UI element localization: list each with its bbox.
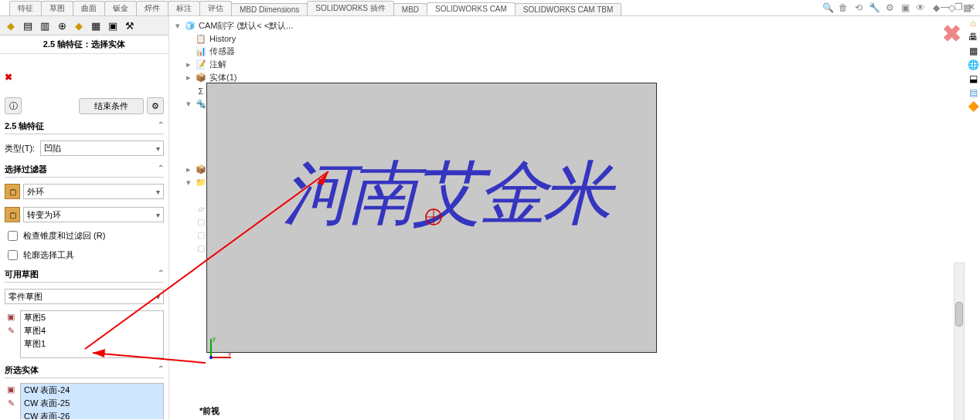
list-item[interactable]: CW 表面-24	[21, 384, 163, 397]
tree-item[interactable]: 传感器	[209, 46, 235, 57]
window-controls: — ❐ ✕	[941, 2, 975, 12]
view-tool-icon[interactable]: 🔧	[869, 2, 880, 13]
svg-text:y: y	[213, 335, 216, 342]
type-dropdown[interactable]: 凹陷	[40, 141, 164, 156]
settings-button[interactable]: ⚙	[147, 97, 164, 114]
sketch-edit-icon[interactable]: ✎	[5, 324, 17, 337]
tree-item[interactable]: 注解	[209, 59, 226, 70]
view-orientation-label: *前视	[199, 405, 219, 417]
tree-item[interactable]: 实体(1)	[209, 72, 236, 83]
tab-feature[interactable]: 特征	[9, 1, 42, 15]
panel-tab-doc-icon[interactable]: ▦	[88, 18, 104, 33]
list-item[interactable]: CW 表面-26	[21, 410, 163, 419]
engraved-text: 河南艾金米	[283, 147, 607, 241]
view-diamond-icon[interactable]: ◆	[931, 2, 941, 13]
info-button[interactable]: ⓘ	[5, 97, 22, 114]
check-taper-label: 检查锥度和过滤回 (R)	[23, 230, 105, 242]
minimize-button[interactable]: —	[941, 2, 950, 12]
filter2-dropdown[interactable]: 转变为环	[23, 207, 164, 222]
tab-swcamtbm[interactable]: SOLIDWORKS CAM TBM	[515, 3, 622, 15]
view-refresh-icon[interactable]: ⟲	[853, 2, 864, 13]
tab-sheetmetal[interactable]: 钣金	[104, 1, 137, 15]
panel-tab-target-icon[interactable]: ⊕	[54, 18, 70, 33]
diamond-icon[interactable]: 🔶	[967, 100, 979, 113]
tab-sketch[interactable]: 草图	[41, 1, 73, 15]
panel-tab-cam-icon[interactable]: ▥	[37, 18, 53, 33]
property-panel: ◆ ▤ ▥ ⊕ ◆ ▦ ▣ ⚒ 2.5 轴特征：选择实体 ✖ ⓘ 结束条件 ⚙ …	[0, 16, 169, 419]
tab-weld[interactable]: 焊件	[136, 1, 168, 15]
tab-swcam[interactable]: SOLIDWORKS CAM	[427, 2, 516, 15]
tab-mbd[interactable]: MBD	[393, 3, 427, 15]
panel-title: 2.5 轴特征：选择实体	[0, 36, 168, 54]
sketch-listbox[interactable]: 草图5 草图4 草图1	[20, 310, 164, 358]
panel-tab-tree-icon[interactable]: ▤	[20, 18, 36, 33]
entity-edit-icon[interactable]: ✎	[5, 397, 17, 409]
close-button[interactable]: ✕	[968, 2, 975, 12]
chevron-up-icon[interactable]: ⌃	[158, 364, 164, 376]
check-contour-tool[interactable]	[8, 250, 18, 260]
check-contour-label: 轮廓选择工具	[23, 249, 74, 261]
restore-button[interactable]: ❐	[954, 2, 963, 12]
tab-mbddim[interactable]: MBD Dimensions	[231, 3, 308, 15]
view-gear-icon[interactable]: ⚙	[884, 2, 895, 13]
view-eye-icon[interactable]: 👁	[915, 2, 926, 13]
tab-surface[interactable]: 曲面	[73, 1, 105, 15]
origin-marker-icon	[424, 207, 444, 227]
filter-cube-icon: ▢	[5, 184, 20, 199]
section-sketch-head: 可用草图⌃	[5, 267, 164, 283]
chevron-up-icon[interactable]: ⌃	[158, 269, 164, 280]
panel-tab-warn-icon[interactable]: ◆	[71, 18, 87, 33]
list-item[interactable]: CW 表面-25	[21, 397, 163, 410]
print-icon[interactable]: 🖶	[967, 31, 979, 43]
entity-listbox[interactable]: CW 表面-24 CW 表面-25 CW 表面-26 CW 表面-27 环 <1…	[20, 383, 164, 419]
view-zoom-icon[interactable]: 🔍	[822, 2, 833, 13]
tab-swaddin[interactable]: SOLIDWORKS 插件	[307, 1, 394, 15]
panel-icon[interactable]: ⬓	[967, 73, 979, 85]
graphics-viewport[interactable]: 河南艾金米 y x	[206, 83, 657, 353]
list-item[interactable]: 草图5	[21, 311, 163, 324]
tab-annotate[interactable]: 标注	[168, 1, 200, 15]
right-task-pane: ⌂ 🖶 ▦ 🌐 ⬓ ▤ 🔶	[966, 17, 980, 113]
panel-tab-feature-icon[interactable]: ◆	[3, 18, 19, 33]
section-entities-head: 所选实体⌃	[5, 363, 164, 378]
tab-evaluate[interactable]: 评估	[199, 1, 232, 15]
list-item[interactable]: 草图1	[21, 337, 163, 351]
view-trash-icon[interactable]: 🗑	[838, 2, 849, 13]
tree-item[interactable]: History	[209, 34, 236, 43]
scrollbar-thumb[interactable]	[955, 302, 963, 327]
panel-tabstrip: ◆ ▤ ▥ ⊕ ◆ ▦ ▣ ⚒	[0, 16, 168, 36]
filter1-dropdown[interactable]: 外环	[23, 184, 164, 199]
sketch-add-icon[interactable]: ▣	[5, 310, 17, 323]
filter-cube2-icon: ▢	[5, 207, 20, 222]
end-condition-button[interactable]: 结束条件	[79, 98, 144, 114]
panel-tab-tool-icon[interactable]: ⚒	[122, 18, 138, 33]
panel-close-x[interactable]: ✖	[5, 72, 12, 83]
list-icon[interactable]: ▤	[967, 86, 979, 99]
section-filter-head: 选择过滤器⌃	[5, 162, 164, 178]
check-taper[interactable]	[8, 231, 18, 241]
chevron-up-icon[interactable]: ⌃	[158, 164, 164, 175]
globe-icon[interactable]: 🌐	[967, 59, 979, 71]
vertical-scrollbar[interactable]	[954, 262, 965, 420]
list-item[interactable]: 草图4	[21, 324, 163, 337]
home-icon[interactable]: ⌂	[967, 17, 979, 29]
tree-root[interactable]: CAM刻字 (默认< <默认...	[199, 20, 293, 32]
section-feature-head: 2.5 轴特征⌃	[5, 119, 164, 134]
panel-tab-photo-icon[interactable]: ▣	[105, 18, 121, 33]
view-display-icon[interactable]: ▣	[900, 2, 910, 13]
grid-icon[interactable]: ▦	[967, 45, 979, 57]
sketch-dropdown[interactable]: 零件草图	[5, 289, 164, 304]
type-label: 类型(T):	[5, 143, 37, 154]
entity-add-icon[interactable]: ▣	[5, 383, 17, 395]
chevron-up-icon[interactable]: ⌃	[158, 120, 164, 132]
